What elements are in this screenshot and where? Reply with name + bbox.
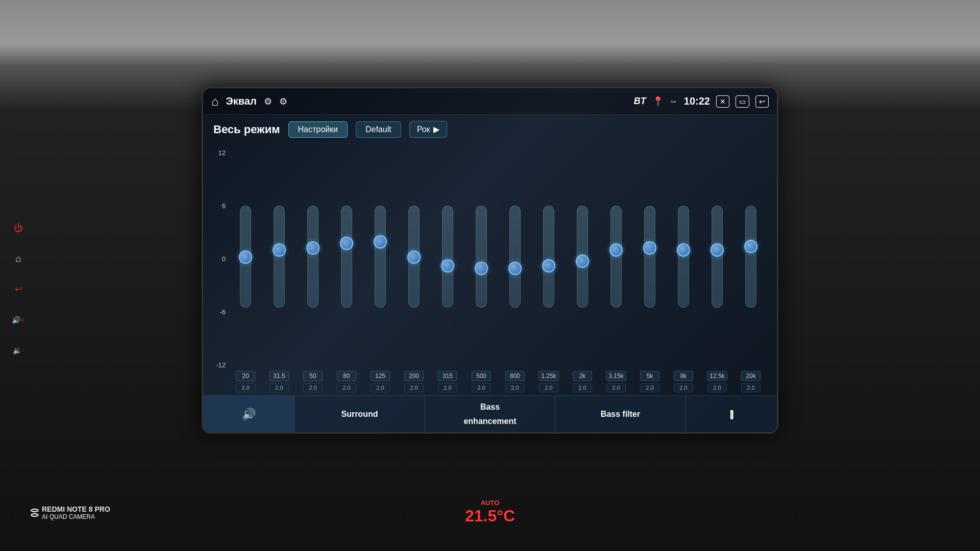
eq-band-12.5k: 12.5k2.0 <box>701 144 733 392</box>
slider-container-31.5 <box>263 144 295 369</box>
window-button[interactable]: ▭ <box>736 95 749 108</box>
preset-label: Рок <box>417 125 430 134</box>
band-freq-20: 20 <box>236 371 255 381</box>
slider-container-3.15k <box>600 144 632 369</box>
surround-button[interactable]: Surround <box>295 396 425 432</box>
bt-icon: BT <box>634 96 646 107</box>
vol-down-button[interactable]: 🔉- <box>10 342 27 359</box>
slider-container-80 <box>331 144 362 369</box>
slider-thumb-5k[interactable] <box>643 241 656 255</box>
band-q-1.25k: 2.0 <box>539 383 558 392</box>
band-freq-200: 200 <box>404 371 424 381</box>
back-button[interactable]: ↩ <box>755 95 769 108</box>
slider-thumb-800[interactable] <box>508 262 522 275</box>
band-freq-125: 125 <box>371 371 390 381</box>
slider-container-20k <box>735 144 767 369</box>
car-surround: ⏻ ⌂ ↩ 🔊+ 🔉- ⌂ Эквал ⚙ ⚙ BT 📍 ↔ 10:22 <box>0 0 980 551</box>
arrow-icon: ↔ <box>670 97 678 106</box>
eq-scale: 12 6 0 -6 -12 <box>213 144 230 392</box>
slider-thumb-3.15k[interactable] <box>609 243 623 257</box>
band-freq-8k: 8k <box>674 371 693 381</box>
close-button[interactable]: ✕ <box>716 95 729 108</box>
top-bar: ⌂ Эквал ⚙ ⚙ BT 📍 ↔ 10:22 ✕ ▭ ↩ <box>203 88 777 115</box>
slider-track-1.25k[interactable] <box>543 206 554 308</box>
screen: ⌂ Эквал ⚙ ⚙ BT 📍 ↔ 10:22 ✕ ▭ ↩ <box>203 88 777 432</box>
slider-track-50[interactable] <box>307 206 318 308</box>
bass-enhancement-label2: enhancement <box>463 416 516 426</box>
speaker-button[interactable]: 🔊 <box>203 396 295 432</box>
mode-label: Весь режим <box>213 123 280 136</box>
nav-icon1[interactable]: ⚙ <box>264 96 272 107</box>
nav-icon2[interactable]: ⚙ <box>279 96 287 107</box>
slider-thumb-315[interactable] <box>441 259 454 272</box>
slider-thumb-1.25k[interactable] <box>542 259 555 272</box>
slider-thumb-8k[interactable] <box>677 243 690 257</box>
vol-up-button[interactable]: 🔊+ <box>10 312 27 328</box>
slider-container-50 <box>297 144 329 369</box>
bottom-bar: 🔊 Surround Bass enhancement Bass filter … <box>203 395 777 432</box>
band-q-20: 2.0 <box>236 383 255 392</box>
slider-container-315 <box>432 144 463 369</box>
eq-band-5k: 5k2.0 <box>634 144 666 392</box>
band-q-50: 2.0 <box>303 383 323 392</box>
slider-thumb-20[interactable] <box>239 251 252 264</box>
slider-container-8k <box>668 144 699 369</box>
band-freq-5k: 5k <box>640 371 659 381</box>
slider-container-800 <box>499 144 531 369</box>
slider-container-12.5k <box>701 144 733 369</box>
bass-filter-button[interactable]: Bass filter <box>555 396 686 432</box>
slider-container-1.25k <box>533 144 565 369</box>
slider-thumb-31.5[interactable] <box>273 243 286 257</box>
slider-track-12.5k[interactable] <box>712 206 723 308</box>
back-side-button[interactable]: ↩ <box>10 281 27 297</box>
power-button[interactable]: ⏻ <box>10 220 27 236</box>
slider-container-500 <box>465 144 497 369</box>
slider-thumb-80[interactable] <box>340 237 353 250</box>
time-display: 10:22 <box>684 95 710 107</box>
slider-track-500[interactable] <box>476 206 487 308</box>
slider-container-2k <box>567 144 598 369</box>
slider-track-80[interactable] <box>341 206 352 308</box>
slider-container-200 <box>398 144 430 369</box>
settings-button[interactable]: Настройки <box>288 121 348 138</box>
bass-enhancement-button[interactable]: Bass enhancement <box>425 396 556 432</box>
slider-thumb-50[interactable] <box>306 241 320 255</box>
eq-adjust-button[interactable]: ⫿ <box>686 396 777 432</box>
band-q-80: 2.0 <box>337 383 356 392</box>
preset-button[interactable]: Рок ▶ <box>409 121 447 138</box>
slider-track-3.15k[interactable] <box>610 206 622 308</box>
scale-neg6: -6 <box>213 308 226 316</box>
temp-value: 21.5°C <box>465 507 515 525</box>
eq-band-31.5: 31.52.0 <box>263 144 295 392</box>
band-q-5k: 2.0 <box>640 383 659 392</box>
slider-track-5k[interactable] <box>644 206 655 308</box>
band-freq-800: 800 <box>505 371 525 381</box>
slider-thumb-125[interactable] <box>374 235 387 248</box>
slider-track-800[interactable] <box>509 206 521 308</box>
slider-track-200[interactable] <box>408 206 420 308</box>
home-side-button[interactable]: ⌂ <box>10 251 27 267</box>
default-button[interactable]: Default <box>356 121 401 138</box>
band-freq-31.5: 31.5 <box>270 371 289 381</box>
slider-thumb-200[interactable] <box>407 251 421 264</box>
band-q-12.5k: 2.0 <box>707 383 727 392</box>
slider-container-5k <box>634 144 666 369</box>
slider-track-8k[interactable] <box>678 206 689 308</box>
home-button[interactable]: ⌂ <box>211 94 219 109</box>
slider-thumb-500[interactable] <box>475 262 488 275</box>
band-q-3.15k: 2.0 <box>606 383 626 392</box>
eq-band-200: 2002.0 <box>398 144 430 392</box>
slider-track-125[interactable] <box>375 206 386 308</box>
slider-thumb-2k[interactable] <box>576 255 589 268</box>
eq-band-800: 8002.0 <box>499 144 531 392</box>
slider-track-2k[interactable] <box>577 206 588 308</box>
slider-track-20[interactable] <box>240 206 251 308</box>
phone-watermark: REDMI NOTE 8 PRO AI QUAD CAMERA <box>31 505 110 520</box>
slider-thumb-20k[interactable] <box>744 240 757 253</box>
slider-thumb-12.5k[interactable] <box>710 243 724 257</box>
slider-track-315[interactable] <box>442 206 453 308</box>
band-q-200: 2.0 <box>404 383 424 392</box>
eq-adjust-icon: ⫿ <box>729 407 734 421</box>
slider-track-20k[interactable] <box>745 206 756 308</box>
slider-track-31.5[interactable] <box>274 206 285 308</box>
